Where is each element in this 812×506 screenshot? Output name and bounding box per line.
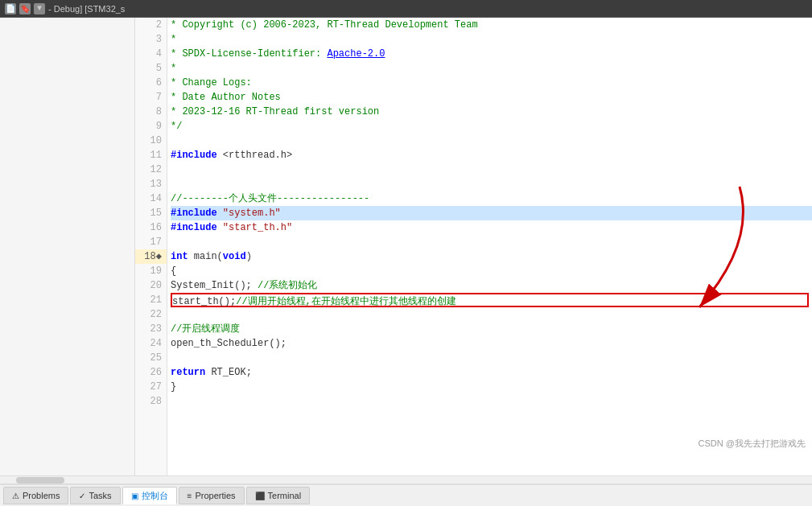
bookmark-icon: 🔖 (19, 3, 31, 14)
window-title: - Debug] [STM32_s (48, 4, 125, 14)
ln-8: 8 (135, 105, 167, 119)
tab-problems[interactable]: ⚠ Problems (3, 487, 68, 504)
h-scrollbar[interactable] (0, 475, 812, 483)
code-line-23: //开启线程调度 (171, 322, 812, 336)
ln-19: 19 (135, 264, 167, 278)
ln-15: 15 (135, 206, 167, 220)
arrow-icon: ▼ (34, 3, 45, 14)
problems-icon: ⚠ (12, 492, 19, 500)
terminal-icon: ⬛ (255, 492, 265, 500)
main-container: 📄 🔖 ▼ - Debug] [STM32_s 2 3 4 5 6 7 8 9 (0, 0, 812, 506)
code-line-19: { (171, 264, 812, 278)
ln-12: 12 (135, 162, 167, 177)
ln-16: 16 (135, 220, 167, 235)
ln-11: 11 (135, 148, 167, 162)
code-line-25 (171, 351, 812, 365)
code-line-27: } (171, 380, 812, 394)
ln-26: 26 (135, 365, 167, 380)
code-line-12 (171, 162, 812, 177)
tab-console[interactable]: ▣ 控制台 (122, 487, 177, 504)
code-line-10 (171, 134, 812, 148)
code-line-2: * Copyright (c) 2006-2023, RT-Thread Dev… (171, 18, 812, 32)
scrollbar-thumb[interactable] (16, 477, 64, 483)
code-line-26: return RT_EOK; (171, 365, 812, 380)
top-bar: 📄 🔖 ▼ - Debug] [STM32_s (0, 0, 812, 18)
code-line-11: #include <rtthread.h> (171, 148, 812, 162)
ln-10: 10 (135, 134, 167, 148)
console-icon: ▣ (131, 492, 138, 500)
ln-6: 6 (135, 76, 167, 90)
code-line-24: open_th_Scheduler(); (171, 336, 812, 351)
ln-7: 7 (135, 90, 167, 105)
code-editor[interactable]: 2 3 4 5 6 7 8 9 10 11 12 13 14 15 16 17 (135, 18, 812, 475)
code-line-9: */ (171, 119, 812, 134)
code-line-21: start_th();//调用开始线程,在开始线程中进行其他线程的创建 (171, 293, 809, 307)
ln-20: 20 (135, 278, 167, 293)
code-lines[interactable]: * Copyright (c) 2006-2023, RT-Thread Dev… (167, 18, 812, 475)
tab-console-label: 控制台 (142, 490, 168, 502)
ln-17: 17 (135, 235, 167, 249)
tab-properties-label: Properties (195, 491, 235, 500)
tab-terminal[interactable]: ⬛ Terminal (246, 487, 311, 504)
ln-18: 18◆ (135, 249, 167, 264)
ln-13: 13 (135, 177, 167, 191)
ln-21: 21 (135, 293, 167, 307)
ln-23: 23 (135, 322, 167, 336)
code-line-13 (171, 177, 812, 191)
bottom-bar: ⚠ Problems ✓ Tasks ▣ 控制台 ≡ Properties ⬛ … (0, 483, 812, 506)
ln-28: 28 (135, 394, 167, 409)
code-line-5: * (171, 61, 812, 76)
code-line-4: * SPDX-License-Identifier: Apache-2.0 (171, 47, 812, 61)
ln-27: 27 (135, 380, 167, 394)
code-line-7: * Date Author Notes (171, 90, 812, 105)
code-line-18: int main(void) (171, 249, 812, 264)
tab-terminal-label: Terminal (268, 491, 302, 500)
code-line-14: //--------个人头文件---------------- (171, 191, 812, 206)
code-line-16: #include "start_th.h" (171, 220, 812, 235)
code-line-17 (171, 235, 812, 249)
tasks-icon: ✓ (79, 492, 85, 500)
sidebar (0, 18, 135, 475)
line-numbers: 2 3 4 5 6 7 8 9 10 11 12 13 14 15 16 17 (135, 18, 167, 475)
ln-22: 22 (135, 307, 167, 322)
ln-5: 5 (135, 61, 167, 76)
ln-14: 14 (135, 191, 167, 206)
code-line-15: #include "system.h" (171, 206, 812, 220)
editor-area: 2 3 4 5 6 7 8 9 10 11 12 13 14 15 16 17 (0, 18, 812, 475)
properties-icon: ≡ (188, 492, 192, 500)
ln-24: 24 (135, 336, 167, 351)
code-line-6: * Change Logs: (171, 76, 812, 90)
code-line-22 (171, 307, 812, 322)
ln-4: 4 (135, 47, 167, 61)
page-icon: 📄 (5, 3, 16, 14)
watermark: CSDN @我先去打把游戏先 (699, 438, 806, 450)
tab-properties[interactable]: ≡ Properties (179, 487, 245, 504)
ln-25: 25 (135, 351, 167, 365)
tab-tasks[interactable]: ✓ Tasks (70, 487, 120, 504)
ln-2: 2 (135, 18, 167, 32)
code-line-20: System_Init(); //系统初始化 (171, 278, 812, 293)
code-line-28 (171, 394, 812, 409)
code-line-3: * (171, 32, 812, 47)
tab-problems-label: Problems (23, 491, 60, 500)
ln-3: 3 (135, 32, 167, 47)
tab-tasks-label: Tasks (89, 491, 111, 500)
code-line-8: * 2023-12-16 RT-Thread first version (171, 105, 812, 119)
ln-9: 9 (135, 119, 167, 134)
